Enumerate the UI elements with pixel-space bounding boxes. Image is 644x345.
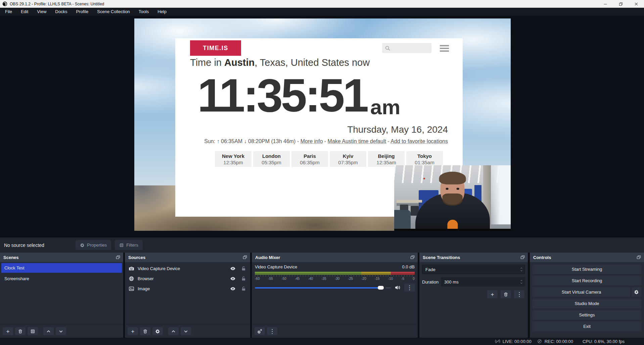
source-row-image[interactable]: Image xyxy=(125,284,250,294)
eye-icon xyxy=(230,286,236,292)
timeis-sun-line: Sun: ↑ 06:35AM ↓ 08:20PM (13h 46m) - Mor… xyxy=(204,138,448,144)
filter-icon xyxy=(119,243,124,248)
scenes-popout-button[interactable] xyxy=(116,255,121,260)
transitions-popout-button[interactable] xyxy=(520,255,525,260)
restore-button[interactable] xyxy=(613,0,629,8)
move-source-down-button[interactable] xyxy=(181,327,191,335)
world-cities-row: New York12:35pm London05:35pm Paris06:35… xyxy=(215,151,443,167)
controls-panel: Controls Start Streaming Start Recording… xyxy=(530,253,644,338)
add-transition-button[interactable]: + xyxy=(487,290,498,298)
chevron-up-icon xyxy=(171,329,176,334)
audio-mixer-panel: Audio Mixer Video Capture Device 0.0 dB … xyxy=(252,253,418,338)
spinner-chevrons-icon xyxy=(519,279,523,285)
unlock-icon xyxy=(241,276,246,282)
eye-icon xyxy=(230,276,236,282)
window-controls xyxy=(598,0,644,8)
menu-edit[interactable]: Edit xyxy=(16,8,33,16)
program-preview[interactable]: TIME.IS Time in Austin, Texas, United St… xyxy=(134,18,511,231)
start-recording-button[interactable]: Start Recording xyxy=(533,276,641,286)
office-table xyxy=(397,200,422,203)
filters-button[interactable]: Filters xyxy=(115,240,142,250)
source-properties-button[interactable] xyxy=(152,327,163,335)
scene-item-clock-test[interactable]: Clock Test xyxy=(1,263,122,273)
remove-scene-button[interactable] xyxy=(15,327,26,335)
source-row-video-capture[interactable]: Video Capture Device xyxy=(125,263,250,273)
start-virtual-camera-button[interactable]: Start Virtual Camera xyxy=(533,287,630,297)
move-scene-down-button[interactable] xyxy=(56,327,66,335)
filter-icon xyxy=(30,329,35,334)
controls-popout-button[interactable] xyxy=(636,255,641,260)
globe-icon xyxy=(129,276,134,282)
shirt-graphic xyxy=(447,220,458,229)
status-bar: LIVE: 00:00:00 REC: 00:00:00 CPU: 0.6%, … xyxy=(0,338,644,345)
studio-mode-button[interactable]: Studio Mode xyxy=(533,299,641,308)
trash-icon xyxy=(503,292,508,297)
trash-icon xyxy=(18,329,23,334)
chevron-down-icon xyxy=(183,329,188,334)
clock-ampm: am xyxy=(370,97,401,119)
advanced-audio-button[interactable] xyxy=(255,327,265,335)
camera-icon xyxy=(129,266,134,271)
transition-select[interactable]: Fade xyxy=(422,265,525,274)
popout-icon xyxy=(116,255,121,260)
remove-transition-button[interactable] xyxy=(501,290,511,298)
virtual-camera-settings-button[interactable] xyxy=(632,287,641,297)
move-source-up-button[interactable] xyxy=(168,327,179,335)
mute-toggle[interactable] xyxy=(395,285,401,291)
city-box: Tokyo01:35am xyxy=(406,151,443,167)
lock-toggle[interactable] xyxy=(241,276,246,282)
chevron-down-icon xyxy=(58,329,63,334)
menu-view[interactable]: View xyxy=(33,8,51,16)
transitions-header: Scene Transitions xyxy=(419,253,528,262)
properties-button[interactable]: Properties xyxy=(76,240,111,250)
menu-file[interactable]: File xyxy=(1,8,16,16)
unlock-icon xyxy=(241,286,246,292)
add-scene-button[interactable]: + xyxy=(3,327,13,335)
cpu-fps-stats: CPU: 0.6%, 30.00 fps xyxy=(583,339,625,344)
controls-header: Controls xyxy=(530,253,644,262)
move-scene-up-button[interactable] xyxy=(43,327,54,335)
menu-scene-collection[interactable]: Scene Collection xyxy=(93,8,134,16)
gear-icon xyxy=(634,290,639,295)
meter-tick-labels: -60-55-50-45-40-35-30-25-20-15-10-50 xyxy=(255,277,415,281)
volume-slider[interactable] xyxy=(255,286,391,290)
channel-options-button[interactable]: ⋮ xyxy=(404,284,415,292)
transition-options-button[interactable]: ⋮ xyxy=(514,290,524,298)
menu-docks[interactable]: Docks xyxy=(51,8,72,16)
sources-popout-button[interactable] xyxy=(242,255,247,260)
scene-transitions-panel: Scene Transitions Fade Duration 300 ms xyxy=(419,253,528,338)
scene-item-screenshare[interactable]: Screenshare xyxy=(1,274,122,284)
city-box: New York12:35pm xyxy=(215,151,251,167)
lock-toggle[interactable] xyxy=(241,266,246,271)
search-icon xyxy=(385,45,390,51)
mixer-popout-button[interactable] xyxy=(410,255,415,260)
gear-icon xyxy=(155,329,160,334)
visibility-toggle[interactable] xyxy=(230,276,236,282)
lock-toggle[interactable] xyxy=(241,286,246,292)
settings-button[interactable]: Settings xyxy=(533,310,641,320)
menu-tools[interactable]: Tools xyxy=(134,8,153,16)
duration-label: Duration xyxy=(422,279,441,285)
add-source-button[interactable]: + xyxy=(128,327,138,335)
mixer-toolbar: ⋮ xyxy=(252,325,418,338)
remove-source-button[interactable] xyxy=(140,327,150,335)
duration-spinner[interactable]: 300 ms xyxy=(441,277,525,287)
mixer-options-button[interactable]: ⋮ xyxy=(267,327,277,335)
minimize-button[interactable] xyxy=(598,0,613,8)
scene-filters-button[interactable] xyxy=(28,327,38,335)
visibility-toggle[interactable] xyxy=(230,286,236,292)
popout-icon xyxy=(242,255,247,260)
menu-help[interactable]: Help xyxy=(153,8,171,16)
start-streaming-button[interactable]: Start Streaming xyxy=(533,264,641,274)
visibility-toggle[interactable] xyxy=(230,266,236,271)
source-row-browser[interactable]: Browser xyxy=(125,273,250,284)
popout-icon xyxy=(410,255,415,260)
minimize-icon xyxy=(603,2,608,6)
exit-button[interactable]: Exit xyxy=(533,321,641,331)
close-button[interactable] xyxy=(629,0,644,8)
volume-slider-handle[interactable] xyxy=(378,286,384,290)
source-selection-toolbar: No source selected Properties Filters xyxy=(0,238,644,253)
timeis-logo: TIME.IS xyxy=(190,40,241,56)
menu-profile[interactable]: Profile xyxy=(72,8,93,16)
obs-logo-icon xyxy=(2,1,7,6)
